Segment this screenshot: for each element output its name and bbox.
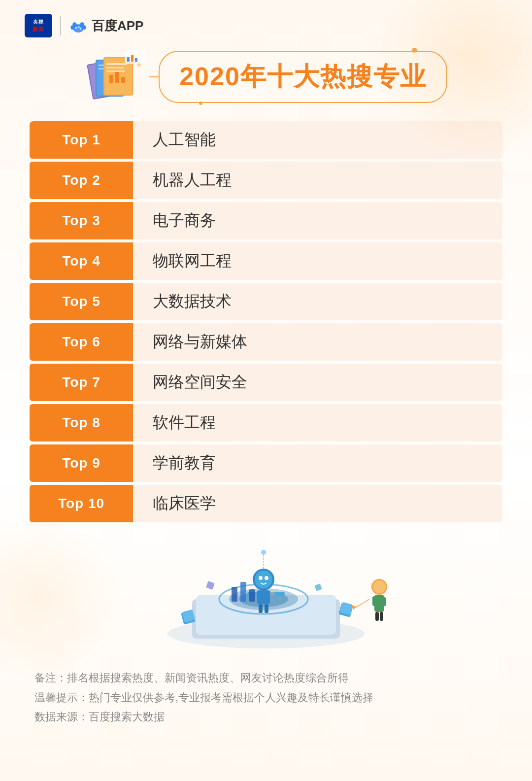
svg-rect-27 <box>131 55 133 62</box>
svg-rect-58 <box>249 589 255 602</box>
rank-badge: Top 8 <box>30 404 133 441</box>
svg-point-7 <box>78 26 80 28</box>
list-item: Top 2机器人工程 <box>30 162 502 199</box>
rank-badge: Top 2 <box>30 162 133 199</box>
svg-rect-17 <box>106 63 127 65</box>
baidu-paw-icon <box>69 16 88 35</box>
main-title: 2020年十大热搜专业 <box>179 60 427 94</box>
svg-rect-62 <box>314 583 322 591</box>
svg-rect-56 <box>232 587 237 602</box>
item-name: 大数据技术 <box>133 283 502 320</box>
item-name: 物联网工程 <box>133 242 502 280</box>
list-item: Top 3电子商务 <box>30 202 502 239</box>
svg-rect-26 <box>127 57 130 62</box>
header-divider <box>60 16 61 35</box>
svg-point-38 <box>259 576 263 580</box>
item-name: 网络空间安全 <box>133 364 502 401</box>
footer-line2: 温馨提示：热门专业仅供参考,专业报考需根据个人兴趣及特长谨慎选择 <box>34 688 498 708</box>
rank-badge: Top 3 <box>30 202 133 239</box>
svg-rect-28 <box>135 58 137 62</box>
cctv-bottom-text: 新闻 <box>33 26 44 33</box>
title-box: 2020年十大热搜专业 <box>159 51 447 103</box>
list-item: Top 7网络空间安全 <box>30 364 502 401</box>
rank-badge: Top 1 <box>30 121 133 159</box>
svg-rect-21 <box>115 72 119 83</box>
item-name: 软件工程 <box>133 404 502 441</box>
bottom-illustration <box>0 535 532 658</box>
svg-rect-54 <box>375 612 379 621</box>
svg-rect-55 <box>380 612 383 621</box>
svg-point-3 <box>70 26 74 30</box>
rank-badge: Top 10 <box>30 485 133 522</box>
baidu-logo: 百度APP <box>69 16 143 35</box>
svg-rect-18 <box>106 67 124 68</box>
rank-badge: Top 4 <box>30 242 133 280</box>
list-item: Top 5大数据技术 <box>30 283 502 320</box>
svg-point-50 <box>373 580 386 593</box>
svg-point-39 <box>265 576 268 580</box>
item-name: 网络与新媒体 <box>133 323 502 361</box>
rank-badge: Top 7 <box>30 364 133 401</box>
svg-rect-40 <box>257 590 270 604</box>
item-name: 学前教育 <box>133 444 502 482</box>
list-item: Top 10临床医学 <box>30 485 502 522</box>
item-name: 人工智能 <box>133 121 502 159</box>
baidu-app-label: 百度APP <box>92 17 143 34</box>
svg-rect-53 <box>382 597 386 606</box>
title-section: 2020年十大热搜专业 <box>0 42 532 121</box>
svg-rect-19 <box>106 70 125 72</box>
header: 央视 新闻 百度APP <box>0 0 532 42</box>
item-name: 临床医学 <box>133 485 502 522</box>
svg-rect-42 <box>275 592 285 596</box>
rank-badge: Top 6 <box>30 323 133 361</box>
title-illustration <box>85 47 149 106</box>
rank-badge: Top 9 <box>30 444 133 482</box>
svg-point-6 <box>75 27 77 29</box>
item-name: 机器人工程 <box>133 162 502 199</box>
rankings-list: Top 1人工智能Top 2机器人工程Top 3电子商务Top 4物联网工程To… <box>30 121 502 525</box>
svg-rect-20 <box>109 75 113 83</box>
svg-rect-57 <box>240 582 246 602</box>
list-item: Top 9学前教育 <box>30 444 502 482</box>
footer-notes: 备注：排名根据搜索热度、新闻资讯热度、网友讨论热度综合所得 温馨提示：热门专业仅… <box>0 663 532 747</box>
cctv-logo: 央视 新闻 <box>25 14 52 37</box>
svg-rect-22 <box>121 77 125 83</box>
svg-point-37 <box>255 571 272 588</box>
list-item: Top 1人工智能 <box>30 121 502 159</box>
footer-line3: 数据来源：百度搜索大数据 <box>34 707 498 727</box>
svg-point-60 <box>261 550 266 555</box>
svg-rect-61 <box>206 581 215 590</box>
rank-badge: Top 5 <box>30 283 133 320</box>
svg-rect-44 <box>265 604 268 613</box>
svg-point-8 <box>80 28 82 30</box>
footer-line1: 备注：排名根据搜索热度、新闻资讯热度、网友讨论热度综合所得 <box>34 668 498 688</box>
item-name: 电子商务 <box>133 202 502 239</box>
list-item: Top 4物联网工程 <box>30 242 502 280</box>
svg-rect-52 <box>372 596 376 606</box>
cctv-top-text: 央视 <box>33 19 44 26</box>
list-item: Top 6网络与新媒体 <box>30 323 502 361</box>
svg-rect-43 <box>259 604 263 613</box>
svg-line-63 <box>355 599 369 608</box>
list-item: Top 8软件工程 <box>30 404 502 441</box>
svg-point-4 <box>83 26 86 30</box>
